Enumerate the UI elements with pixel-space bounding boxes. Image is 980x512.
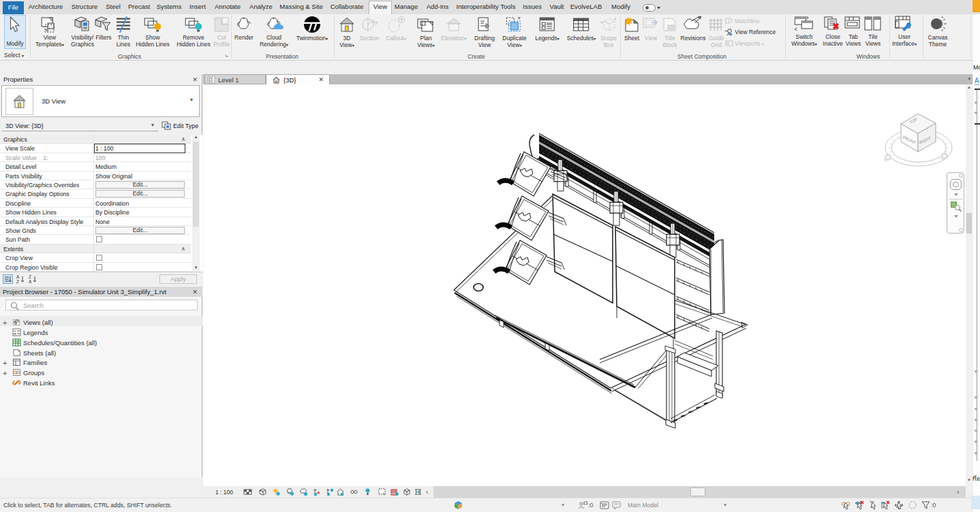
svg-text:A: A (29, 279, 32, 284)
svg-text:Z: Z (16, 279, 19, 284)
svg-text:A: A (16, 274, 20, 279)
svg-text:Z: Z (29, 274, 31, 279)
